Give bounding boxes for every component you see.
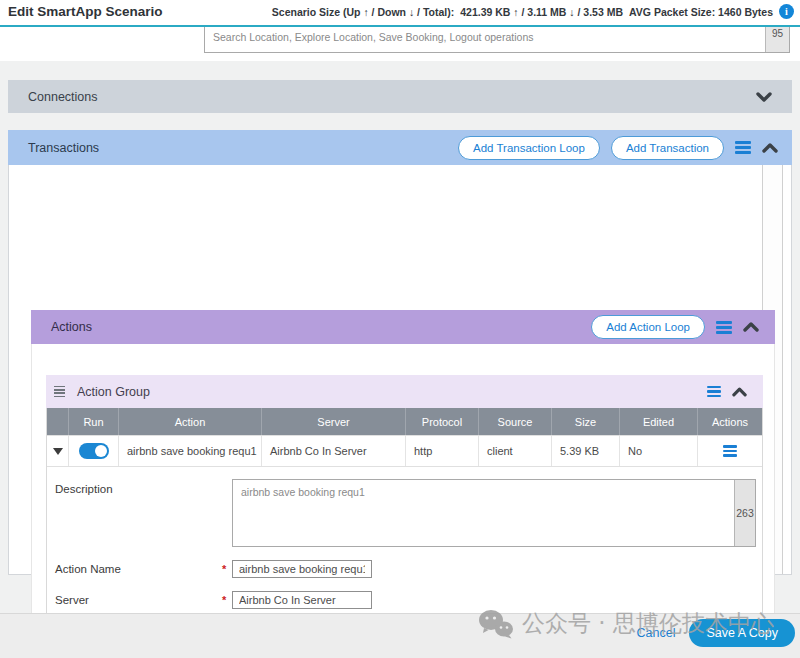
table-row: airbnb save booking requ1 Airbnb Co In S… (47, 435, 762, 466)
server-input[interactable] (232, 591, 372, 609)
action-group-menu-icon[interactable] (707, 386, 721, 398)
action-name-input[interactable] (232, 560, 372, 578)
col-action: Action (119, 408, 262, 435)
chevron-up-icon[interactable] (732, 387, 747, 397)
server-cell: Airbnb Co In Server (262, 436, 406, 466)
row-menu-icon[interactable] (723, 445, 737, 457)
description-box: airbnb save booking requ1 263 (232, 479, 756, 547)
size-cell: 5.39 KB (552, 436, 620, 466)
transactions-section-header[interactable]: Transactions Add Transaction Loop Add Tr… (8, 130, 792, 165)
required-marker: * (222, 563, 232, 575)
edited-cell: No (620, 436, 698, 466)
actions-menu-icon[interactable] (716, 321, 732, 334)
chevron-down-icon[interactable] (756, 92, 772, 102)
connections-section-header[interactable]: Connections (8, 80, 792, 113)
avg-packet-size: AVG Packet Size: 1460 Bytes (629, 6, 773, 18)
action-cell: airbnb save booking requ1 (119, 436, 262, 466)
row-actions-cell (698, 436, 762, 466)
transactions-title: Transactions (28, 141, 458, 155)
app-header: Edit SmartApp Scenario Scenario Size (Up… (0, 0, 800, 27)
scenario-size-value: 421.39 KB ↑ / 3.11 MB ↓ / 3.53 MB (460, 6, 623, 18)
add-transaction-loop-button[interactable]: Add Transaction Loop (458, 136, 600, 160)
col-actions: Actions (698, 408, 762, 435)
drag-handle-icon[interactable] (54, 386, 65, 398)
transactions-menu-icon[interactable] (735, 141, 751, 154)
col-source: Source (479, 408, 552, 435)
cancel-button[interactable]: Cancel (637, 626, 676, 640)
save-a-copy-button[interactable]: Save A Copy (689, 619, 795, 647)
server-label: Server (55, 594, 222, 606)
action-name-label: Action Name (55, 563, 222, 575)
scenario-description-box: Search Location, Explore Location, Save … (204, 27, 790, 53)
collapse-triangle-icon[interactable] (53, 448, 63, 455)
description-label: Description (55, 479, 222, 495)
col-edited: Edited (620, 408, 698, 435)
protocol-cell: http (406, 436, 479, 466)
scenario-size-label: Scenario Size (Up ↑ / Down ↓ / Total): (272, 6, 454, 18)
col-expand (47, 408, 69, 435)
scenario-stats: Scenario Size (Up ↑ / Down ↓ / Total): 4… (272, 4, 794, 19)
add-transaction-button[interactable]: Add Transaction (611, 136, 724, 160)
footer-bar: Cancel Save A Copy (0, 613, 800, 658)
run-toggle[interactable] (79, 443, 109, 459)
action-group-title: Action Group (77, 385, 707, 399)
col-protocol: Protocol (406, 408, 479, 435)
source-cell: client (479, 436, 552, 466)
actions-title: Actions (51, 320, 591, 334)
action-group-header[interactable]: Action Group (46, 375, 763, 408)
col-size: Size (552, 408, 620, 435)
info-icon[interactable]: i (779, 4, 794, 19)
connections-title: Connections (28, 90, 98, 104)
table-header-row: Run Action Server Protocol Source Size E… (47, 408, 762, 435)
description-input[interactable]: airbnb save booking requ1 (233, 480, 729, 544)
chevron-up-icon[interactable] (762, 143, 778, 153)
expand-collapse-cell[interactable] (47, 436, 69, 466)
actions-section: Actions Add Action Loop Action Group (31, 310, 775, 658)
transactions-section: Transactions Add Transaction Loop Add Tr… (8, 130, 792, 575)
required-marker: * (222, 594, 232, 606)
actions-section-header[interactable]: Actions Add Action Loop (31, 310, 775, 344)
run-cell (69, 436, 119, 466)
scenario-band: Search Location, Explore Location, Save … (0, 27, 800, 61)
scenario-char-counter: 95 (765, 27, 789, 52)
col-run: Run (69, 408, 119, 435)
page-title: Edit SmartApp Scenario (8, 4, 163, 19)
chevron-up-icon[interactable] (743, 322, 759, 332)
col-server: Server (262, 408, 406, 435)
scenario-description-input[interactable]: Search Location, Explore Location, Save … (205, 27, 765, 51)
add-action-loop-button[interactable]: Add Action Loop (591, 315, 705, 339)
description-char-counter: 263 (734, 480, 755, 546)
